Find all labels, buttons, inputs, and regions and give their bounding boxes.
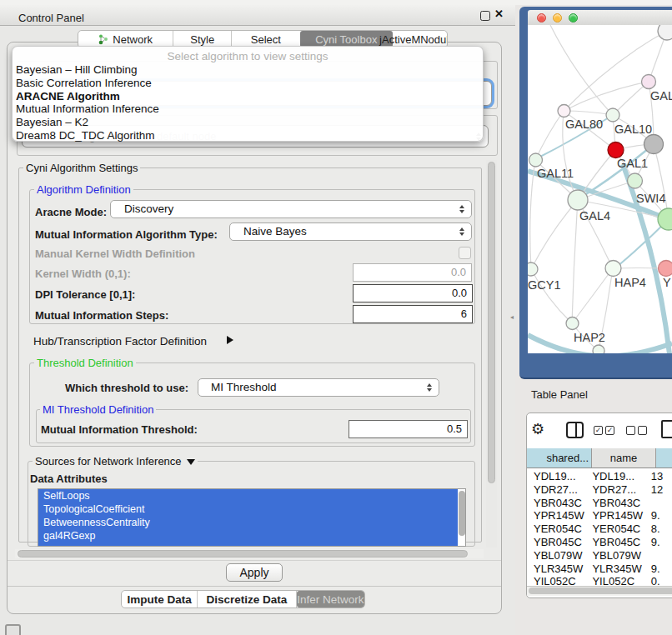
network-node-gal1[interactable] xyxy=(608,142,624,158)
network-edge[interactable] xyxy=(531,269,572,323)
checked-box-icon[interactable]: ✓ xyxy=(594,426,603,435)
column-header[interactable]: name xyxy=(592,448,656,468)
algorithm-option[interactable]: Mutual Information Inference xyxy=(13,102,483,116)
window-close-button[interactable] xyxy=(537,13,546,22)
table-row[interactable]: YER054CYER054C8. xyxy=(527,522,672,536)
close-icon[interactable]: ✕ xyxy=(494,8,504,20)
table-body: YDL19...YDL19...13YDR27...YDR27...12YBR0… xyxy=(527,468,672,586)
which-threshold-combobox[interactable]: MI Threshold xyxy=(198,378,439,397)
unchecked-box-icon[interactable] xyxy=(638,426,647,435)
network-node-gal[interactable] xyxy=(642,75,656,89)
network-edge[interactable] xyxy=(531,200,578,269)
attribute-item[interactable]: SelfLoops xyxy=(38,489,458,502)
network-node-gal80[interactable] xyxy=(558,105,570,118)
tab-select[interactable]: Select xyxy=(232,31,300,48)
network-node-y[interactable] xyxy=(659,261,672,277)
float-window-button[interactable] xyxy=(480,11,490,21)
window-minimize-button[interactable] xyxy=(553,13,562,22)
network-edge[interactable] xyxy=(550,25,613,115)
data-attributes-list[interactable]: SelfLoopsTopologicalCoefficientBetweenne… xyxy=(38,488,466,547)
panel-corner-icon[interactable] xyxy=(5,624,21,635)
network-graph[interactable]: GALGAL80GAL10GAL1GAL11SWI4GAL4GCY1HAP4YH… xyxy=(528,25,672,353)
network-window-titlebar[interactable] xyxy=(528,10,672,25)
apply-button[interactable]: Apply xyxy=(226,563,283,582)
table-row[interactable]: YDL19...YDL19...13 xyxy=(527,470,672,483)
separator xyxy=(8,560,501,561)
table-cell: 9. xyxy=(649,509,672,522)
network-node-gal4[interactable] xyxy=(568,190,588,210)
mi-threshold-field[interactable]: 0.5 xyxy=(349,420,468,438)
table-row[interactable]: YPR145WYPR145W9. xyxy=(527,509,672,522)
unchecked-box-icon[interactable] xyxy=(626,426,635,435)
tab-impute-data[interactable]: Impute Data xyxy=(122,591,198,608)
list-scrollbar-thumb[interactable] xyxy=(459,491,465,536)
network-node[interactable] xyxy=(593,345,604,353)
document-icon[interactable] xyxy=(661,420,672,438)
table-row[interactable]: YDR27...YDR27...12 xyxy=(527,483,672,497)
kernel-width-field[interactable]: 0.0 xyxy=(353,263,472,282)
mi-algorithm-type-combobox[interactable]: Naive Bayes xyxy=(229,222,472,241)
checked-box-icon[interactable]: ✓ xyxy=(605,426,614,435)
splitter-handle[interactable]: ◂ xyxy=(510,313,514,321)
network-node-swi4[interactable] xyxy=(628,173,643,188)
table-cell: YBR043C xyxy=(588,497,648,510)
mi-algorithm-type-label: Mutual Information Algorithm Type: xyxy=(35,228,218,241)
hub-transcription-factor-label[interactable]: Hub/Transcription Factor Definition xyxy=(33,335,207,348)
algorithm-option[interactable]: ARACNE Algorithm xyxy=(13,90,483,103)
table-row[interactable]: YLR345WYLR345W9. xyxy=(527,562,672,576)
network-edge[interactable] xyxy=(654,144,669,219)
sources-group-title[interactable]: Sources for Network Inference xyxy=(33,456,198,467)
network-node-hap4[interactable] xyxy=(605,261,621,277)
column-header[interactable] xyxy=(656,448,672,468)
data-attributes-label: Data Attributes xyxy=(30,472,108,485)
aracne-mode-value: Discovery xyxy=(124,201,173,218)
network-node[interactable] xyxy=(658,25,672,40)
table-row[interactable]: YBR045CYBR045C9. xyxy=(527,536,672,549)
table-hscrollbar-thumb[interactable] xyxy=(529,588,672,594)
network-edge[interactable] xyxy=(564,111,613,115)
attribute-item[interactable]: TopologicalCoefficient xyxy=(38,502,458,516)
network-node-gcy1[interactable] xyxy=(528,262,538,276)
algorithm-option[interactable]: Dream8 DC_TDC Algorithm xyxy=(13,129,483,142)
network-node-gal10[interactable] xyxy=(606,108,619,122)
mi-steps-label: Mutual Information Steps: xyxy=(35,309,168,322)
algorithm-option[interactable]: Bayesian – Hill Climbing xyxy=(13,63,483,77)
table-cell: YER054C xyxy=(527,522,588,536)
table-row[interactable]: YBR043CYBR043C xyxy=(527,497,672,510)
network-node[interactable] xyxy=(644,135,664,154)
table-row[interactable]: YBL079WYBL079W xyxy=(527,549,672,562)
gear-icon[interactable]: ⚙ xyxy=(531,420,544,438)
dpi-tolerance-label: DPI Tolerance [0,1]: xyxy=(35,288,135,301)
tab-jactivemnodules[interactable]: jActiveMNodules xyxy=(393,31,447,48)
network-edge[interactable] xyxy=(564,82,649,111)
table-cell: 8. xyxy=(649,522,672,536)
settings-hscrollbar-thumb[interactable] xyxy=(18,550,468,558)
tab-discretize-data[interactable]: Discretize Data xyxy=(198,591,296,608)
network-edge[interactable] xyxy=(572,200,578,323)
window-zoom-button[interactable] xyxy=(569,13,578,22)
combo-arrows-icon xyxy=(459,205,464,213)
network-edge[interactable] xyxy=(572,268,613,323)
mi-steps-field[interactable]: 6 xyxy=(353,305,473,323)
network-node-hap2[interactable] xyxy=(566,318,579,330)
expand-arrow-icon[interactable] xyxy=(227,336,233,344)
algorithm-option[interactable]: Basic Correlation Inference xyxy=(13,77,483,90)
control-panel-titlebar: Control Panel xyxy=(0,5,515,26)
mi-threshold-label: Mutual Information Threshold: xyxy=(41,423,198,436)
tab-style[interactable]: Style xyxy=(173,31,232,48)
popup-placeholder: Select algorithm to view settings xyxy=(13,49,483,63)
network-edge[interactable] xyxy=(530,160,535,269)
columns-icon[interactable] xyxy=(566,422,584,438)
aracne-mode-combobox[interactable]: Discovery xyxy=(110,200,472,218)
tab-infer-network[interactable]: Infer Network xyxy=(297,591,364,608)
settings-vscrollbar-thumb[interactable] xyxy=(488,162,495,483)
attribute-item[interactable]: gal4RGexp xyxy=(38,529,458,542)
tab-network[interactable]: Network xyxy=(78,31,173,48)
manual-kernel-width-checkbox[interactable] xyxy=(459,247,471,259)
algorithm-option[interactable]: Bayesian – K2 xyxy=(13,116,483,129)
table-row[interactable]: YIL052CYIL052C0. xyxy=(527,575,672,586)
dpi-tolerance-field[interactable]: 0.0 xyxy=(353,284,473,302)
attribute-item[interactable]: BetweennessCentrality xyxy=(38,516,458,529)
column-header[interactable]: shared... xyxy=(527,448,592,468)
network-node-gal11[interactable] xyxy=(529,153,543,167)
